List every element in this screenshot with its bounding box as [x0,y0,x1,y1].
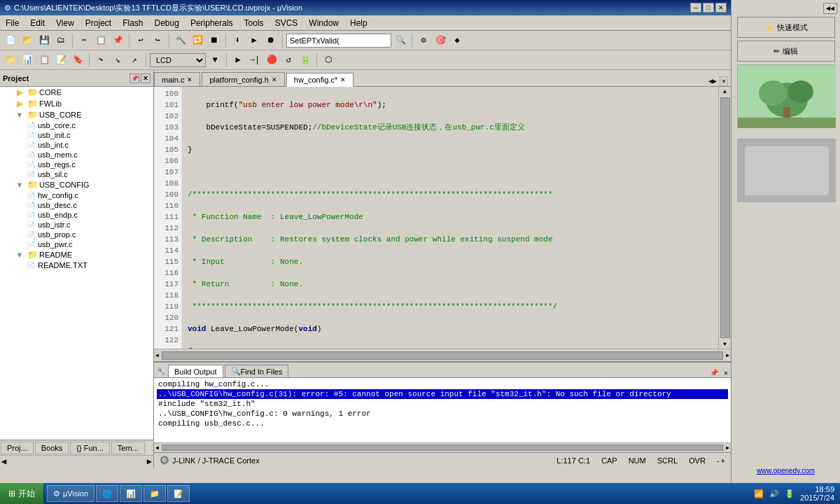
reset-btn[interactable]: ↺ [281,52,296,68]
search-button[interactable]: 🔍 [393,33,408,48]
tree-item-usb-init[interactable]: 📄 usb_init.c [22,130,153,140]
tree-item-usb-regs[interactable]: 📄 usb_regs.c [22,160,153,169]
tab-close-icon[interactable]: ✕ [187,76,192,83]
scroll-thumb[interactable] [720,97,730,338]
redo-button[interactable]: ↪ [150,33,165,48]
tab-scroll-right[interactable]: ▶ [713,77,717,85]
scroll-right-button[interactable]: ▶ [147,456,152,467]
tree-item-usb-int[interactable]: 📄 usb_int.c [22,140,153,150]
tree-item-usb-istr[interactable]: 📄 usb_istr.c [22,220,153,230]
build-hscroll-thumb[interactable] [162,444,723,451]
breakpoint-btn[interactable]: 🔴 [264,52,279,68]
quick-mode-button[interactable]: ⚡ 快速模式 [737,17,835,38]
tb2-2[interactable]: 📊 [20,52,35,68]
code-editor[interactable]: printf("usb enter low power mode\r\n"); … [182,87,718,349]
build-hscroll-right[interactable]: ▶ [724,443,731,452]
cut-button[interactable]: ✂ [76,33,92,48]
menu-window[interactable]: Window [303,15,344,30]
minimize-button[interactable]: ─ [690,3,701,13]
scroll-up-button[interactable]: ▲ [723,88,727,94]
pbt-tem[interactable]: Tem... [111,442,145,454]
panel-pin-button[interactable]: 📌 [130,74,139,83]
menu-debug[interactable]: Debug [149,15,185,30]
function-search-input[interactable] [286,34,391,48]
tab-close-icon[interactable]: ✕ [272,76,277,83]
tree-item-usb-config[interactable]: ▼ 📁 USB_CONFIG [11,179,153,190]
tab-platform-config[interactable]: platform_config.h ✕ [202,72,284,86]
more2-btn[interactable]: ⬡ [321,52,336,68]
new-file-button[interactable]: 📄 [3,33,18,48]
build-panel-pin[interactable]: 📌 [707,369,721,377]
menu-view[interactable]: View [50,15,80,30]
tree-item-usb-desc[interactable]: 📄 usb_desc.c [22,200,153,210]
taskbar-app-uvision[interactable]: ⚙ µVision [47,485,94,502]
tree-item-usb-core[interactable]: ▼ 📁 USB_CORE [11,109,153,120]
menu-svcs[interactable]: SVCS [270,15,304,30]
menu-file[interactable]: File [0,15,24,30]
openedv-link[interactable]: www.openedv.com [757,467,815,475]
run-button[interactable]: ▶ [230,52,246,68]
undo-button[interactable]: ↩ [133,33,148,48]
pbt-fun[interactable]: {} Fun... [70,442,110,454]
taskbar-app-ppt[interactable]: 📊 [120,485,142,502]
download-button[interactable]: ⬇ [230,33,245,48]
sidebar-collapse-button[interactable]: ◀◀ [823,3,837,14]
build-hscroll[interactable]: ◀ ▶ [154,442,731,452]
build-button[interactable]: 🔨 [173,33,188,48]
debug-stop-button[interactable]: ⏺ [263,33,279,48]
scroll-down-button[interactable]: ▼ [723,341,727,347]
scroll-left-button[interactable]: ◀ [1,456,6,467]
menu-edit[interactable]: Edit [24,15,50,30]
tree-item-hw-config[interactable]: 📄 hw_config.c [22,190,153,200]
menu-flash[interactable]: Flash [117,15,148,30]
menu-peripherals[interactable]: Peripherals [185,15,239,30]
tb2-3[interactable]: 📋 [36,52,52,68]
tb2-1[interactable]: 📁 [3,52,18,68]
horizontal-scrollbar[interactable]: ◀ ▶ [154,349,731,361]
step-over[interactable]: ↷ [93,52,108,68]
build-hscroll-left[interactable]: ◀ [154,443,160,452]
hscroll-right-button[interactable]: ▶ [726,352,729,358]
tree-item-readme-txt[interactable]: 📄 README.TXT [22,260,153,270]
tab-find-in-files[interactable]: 🔍 Find In Files [225,365,289,377]
taskbar-app-wps[interactable]: 📝 [167,485,190,502]
build-panel-close[interactable]: ✕ [721,369,731,377]
pbt-proj[interactable]: Proj... [1,442,34,454]
taskbar-app-ie[interactable]: 🌐 [96,485,118,502]
tree-item-core[interactable]: ▶ 📁 CORE [11,87,153,98]
tab-main-c[interactable]: main.c ✕ [154,72,200,86]
hscroll-left-button[interactable]: ◀ [155,352,159,358]
zoom-out-button[interactable]: - [717,456,720,465]
step-in[interactable]: ↘ [110,52,125,68]
tree-item-fwlib[interactable]: ▶ 📁 FWLib [11,98,153,109]
save-all-button[interactable]: 🗂 [53,33,69,48]
copy-button[interactable]: 📋 [93,33,108,48]
menu-help[interactable]: Help [344,15,373,30]
start-button[interactable]: ⊞ 开始 [0,483,44,504]
menu-project[interactable]: Project [80,15,117,30]
maximize-button[interactable]: □ [703,3,714,13]
tree-item-readme[interactable]: ▼ 📁 README [11,249,153,260]
step-out[interactable]: ↗ [127,52,142,68]
hscroll-thumb[interactable] [162,351,723,360]
open-file-button[interactable]: 📂 [20,33,35,48]
options-button[interactable]: ▼ [207,52,223,68]
tab-hw-config[interactable]: hw_config.c* ✕ [286,73,354,87]
tb2-5[interactable]: 🔖 [70,52,85,68]
debug-start-button[interactable]: ▶ [246,33,262,48]
vertical-scrollbar[interactable]: ▲ ▼ [718,87,731,349]
zoom-in-button[interactable]: + [721,456,725,465]
build-line-error[interactable]: ..\USB_CONFIG\hw_config.c(31): error: #5… [157,389,728,399]
target-select[interactable]: LCD [150,53,206,67]
save-button[interactable]: 💾 [36,33,52,48]
tb2-4[interactable]: 📝 [53,52,69,68]
panel-close-button[interactable]: ✕ [141,74,150,83]
rebuild-button[interactable]: 🔁 [190,33,205,48]
settings-button[interactable]: ⚙ [416,33,431,48]
tree-item-usb-prop[interactable]: 📄 usb_prop.c [22,230,153,239]
paste-button[interactable]: 📌 [110,33,125,48]
tab-close-all[interactable]: ✕ [720,76,728,86]
more1-button[interactable]: ◆ [449,33,465,48]
tree-item-usb-core-c[interactable]: 📄 usb_core.c [22,120,153,130]
edit-button[interactable]: ✏ 编辑 [737,41,835,62]
